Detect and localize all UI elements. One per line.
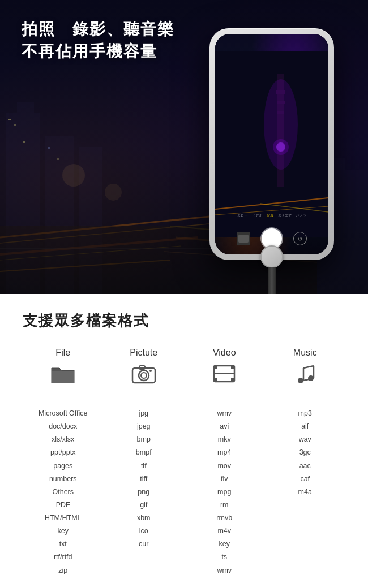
phone-outer-shell: ⚡ HDR ◎ ⏱ ⚙ — [209, 28, 334, 260]
phone-inner: ⚡ HDR ◎ ⏱ ⚙ — [215, 34, 328, 254]
svg-point-44 — [273, 139, 289, 155]
hero-title: 拍照 錄影、聽音樂 不再佔用手機容量 — [22, 18, 174, 62]
svg-rect-55 — [231, 366, 234, 369]
picture-divider — [132, 392, 155, 392]
svg-point-29 — [105, 184, 122, 201]
mode-pano: パノラ — [296, 213, 306, 218]
formats-grid: File Microsoft Office doc/docx xls/xlsx … — [23, 348, 345, 577]
home-button[interactable] — [260, 245, 283, 268]
mode-video: ビデオ — [252, 213, 262, 218]
svg-point-42 — [264, 79, 298, 170]
video-column-header: Video — [212, 348, 237, 398]
svg-point-50 — [141, 373, 147, 378]
music-col-title: Music — [293, 348, 317, 358]
file-column: File Microsoft Office doc/docx xls/xlsx … — [23, 348, 104, 577]
mode-photo: 写真 — [267, 213, 273, 218]
picture-column: Pictute jpg jpeg bmp bmpf tif — [104, 348, 185, 577]
phone-mockup: ⚡ HDR ◎ ⏱ ⚙ — [209, 28, 334, 266]
music-icon — [293, 364, 318, 387]
picture-items: jpg jpeg bmp bmpf tif tiff png gif xbm i… — [136, 407, 152, 551]
gallery-thumb — [237, 232, 250, 245]
film-icon — [212, 364, 237, 387]
svg-rect-8 — [48, 147, 50, 149]
camera-scene — [215, 34, 328, 254]
picture-column-header: Pictute — [130, 348, 157, 398]
usb-connector — [266, 267, 278, 294]
hero-title-line2: 不再佔用手機容量 — [22, 40, 174, 62]
svg-rect-2 — [17, 102, 34, 113]
picture-col-title: Pictute — [130, 348, 157, 358]
svg-point-52 — [149, 370, 152, 372]
phone-screen: ⚡ HDR ◎ ⏱ ⚙ — [215, 34, 328, 254]
folder-icon — [50, 364, 75, 387]
file-divider — [53, 392, 73, 392]
video-divider — [215, 392, 234, 392]
music-column: Music mp3 aif wav 3gc — [265, 348, 346, 577]
mode-slow: スロー — [237, 213, 247, 218]
camera-flip-icon: ↺ — [293, 232, 307, 245]
formats-title: 支援眾多檔案格式 — [23, 311, 345, 331]
svg-rect-5 — [8, 119, 11, 120]
video-items: wmv avi mkv mp4 mov flv mpg rm rmvb m4v … — [216, 407, 232, 577]
svg-rect-6 — [14, 124, 16, 126]
music-items: mp3 aif wav 3gc aac caf m4a — [298, 407, 312, 499]
svg-rect-34 — [345, 170, 368, 294]
svg-rect-7 — [23, 141, 25, 143]
video-col-title: Video — [213, 348, 236, 358]
camera-mode-bar: スロー ビデオ 写真 スクエア パノラ — [215, 211, 328, 220]
hero-title-line1: 拍照 錄影、聽音樂 — [22, 18, 174, 40]
svg-rect-56 — [214, 378, 217, 382]
mode-square: スクエア — [278, 213, 292, 218]
svg-point-59 — [298, 378, 303, 383]
file-column-header: File — [50, 348, 75, 398]
camera-icon — [131, 364, 156, 387]
file-items: Microsoft Office doc/docx xls/xlsx ppt/p… — [38, 407, 88, 577]
svg-point-28 — [62, 164, 85, 187]
svg-line-64 — [303, 366, 314, 368]
formats-section: 支援眾多檔案格式 File Microsoft Office doc/docx … — [0, 294, 368, 588]
music-divider — [295, 392, 315, 392]
svg-point-49 — [139, 370, 149, 381]
video-column: Video wmv avi mkv mp4 — [184, 348, 265, 577]
music-column-header: Music — [293, 348, 318, 398]
hero-section: 拍照 錄影、聽音樂 不再佔用手機容量 ⚡ HDR ◎ ⏱ ⚙ — [0, 0, 368, 294]
svg-rect-9 — [57, 158, 59, 160]
file-col-title: File — [55, 348, 70, 358]
svg-rect-57 — [231, 378, 234, 382]
svg-rect-54 — [214, 366, 217, 369]
